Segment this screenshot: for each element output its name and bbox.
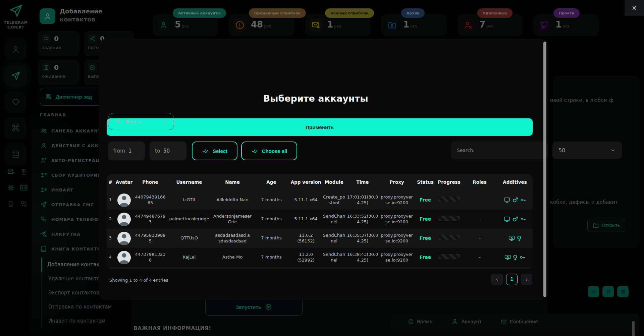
- cell-roles: –: [462, 234, 497, 242]
- progress-bar: [438, 235, 460, 240]
- row-number: 4: [107, 253, 114, 262]
- current-page-button[interactable]: 1: [506, 274, 518, 285]
- row-number: 3: [107, 234, 114, 242]
- chevron-down-icon: [162, 119, 168, 125]
- avatar: [117, 213, 131, 226]
- modal-scrollbar[interactable]: [543, 42, 546, 297]
- column-header: Age: [253, 178, 290, 187]
- from-input[interactable]: [128, 148, 141, 154]
- key-icon: [520, 197, 526, 203]
- select-button[interactable]: Select: [192, 142, 237, 160]
- column-header: Status: [415, 178, 436, 187]
- column-header: Progress: [436, 178, 462, 187]
- column-header: Avatar: [114, 178, 134, 187]
- to-field[interactable]: to: [150, 142, 186, 160]
- cell-status: Free: [415, 253, 436, 262]
- female-icon: ♀: [517, 235, 522, 241]
- choose-all-button[interactable]: Choose all: [241, 142, 297, 160]
- cell-proxy: proxy.proxyverse.io:9200: [379, 250, 415, 265]
- cell-additives: ♂: [497, 214, 533, 224]
- cell-module: SendChannel: [322, 231, 346, 245]
- cell-phone: 447958339895: [134, 231, 166, 245]
- cell-username: IzGTIf: [166, 196, 212, 204]
- cell-additives: ♂: [497, 195, 533, 205]
- cell-additives: ♀: [497, 233, 533, 243]
- progress-bar: [438, 254, 460, 259]
- monitor-x-icon: [504, 254, 511, 261]
- cell-time: 16:35:37(30.04.25): [346, 231, 379, 245]
- cell-username: QTFUsO: [166, 234, 212, 242]
- double-check-icon: [251, 147, 259, 155]
- cell-time: 16:38:43(30.04.25): [346, 250, 379, 265]
- table-row[interactable]: 1 4407943916665 IzGTIf AlllelddIto Nan 7…: [107, 190, 533, 210]
- from-field[interactable]: from: [108, 142, 145, 160]
- cell-name: Asthe Mo: [212, 253, 253, 262]
- to-label: to: [155, 148, 160, 154]
- cell-proxy: proxy.proxyverse.io:9200: [379, 212, 415, 226]
- avatar: [117, 251, 131, 264]
- table-row[interactable]: 4 447379813236 KajLei Asthe Mo 7 months …: [107, 248, 533, 267]
- male-icon: ♂: [512, 197, 518, 203]
- column-header: App version: [290, 178, 322, 187]
- column-header: Additives: [497, 178, 533, 187]
- app-root: TELEGRAMEXPERT ⌘ Добавлениеконтактов 0 з…: [0, 0, 644, 336]
- to-input[interactable]: [163, 148, 175, 154]
- cell-name: Andersonjameser Grie: [212, 212, 253, 226]
- page-size-value: 50: [558, 147, 565, 154]
- table-row[interactable]: 2 447494876793 palmettocoleridge Anderso…: [107, 210, 533, 229]
- pagination: ‹ 1 ›: [491, 274, 532, 285]
- select-accounts-modal: Выберите аккаунты Применить Фильтр from …: [99, 39, 548, 300]
- column-header: Module: [322, 178, 346, 187]
- avatar: [117, 232, 131, 245]
- cell-time: 17:01:01(30.04.25): [346, 193, 379, 207]
- cell-age: 7 months: [253, 253, 290, 262]
- choose-all-label: Choose all: [262, 148, 287, 154]
- chevron-down-icon: [610, 147, 616, 153]
- male-icon: ♂: [512, 216, 518, 222]
- cell-app-version: 11.6.2 (56152): [290, 231, 322, 245]
- cell-app-version: 11.2.0 (52992): [290, 250, 322, 265]
- monitor-x-icon: [508, 235, 515, 242]
- avatar: [117, 193, 131, 207]
- monitor-icon: [503, 197, 511, 204]
- next-page-button[interactable]: ›: [521, 274, 532, 285]
- table-header-row: #AvatarPhoneUsernameNameAgeApp versionMo…: [107, 174, 533, 190]
- cell-name: asdadsasdasd a sdasdasdsad: [212, 231, 253, 245]
- page-size-select[interactable]: 50: [552, 142, 622, 159]
- filter-button[interactable]: Фильтр: [108, 113, 174, 130]
- progress-bar: [438, 197, 460, 202]
- cell-roles: –: [462, 196, 497, 204]
- cell-phone: 447379813236: [134, 250, 166, 265]
- cell-module: SendChannel: [322, 212, 346, 226]
- cell-username: KajLei: [166, 253, 212, 262]
- search-input[interactable]: [451, 142, 548, 159]
- prev-page-button[interactable]: ‹: [491, 274, 503, 285]
- column-header: Name: [212, 178, 253, 187]
- female-icon: ♀: [513, 254, 518, 261]
- cell-status: Free: [415, 215, 436, 223]
- cell-name: AlllelddIto Nan: [212, 196, 253, 204]
- column-header: Phone: [134, 178, 166, 187]
- double-check-icon: [202, 147, 209, 155]
- cell-age: 7 months: [253, 215, 290, 223]
- cell-age: 7 months: [253, 234, 290, 242]
- column-header: Time: [346, 178, 379, 187]
- cell-app-version: 5.11.1 x64: [290, 196, 322, 204]
- table-row[interactable]: 3 447958339895 QTFUsO asdadsasdasd a sda…: [107, 229, 533, 248]
- progress-bar: [438, 216, 460, 221]
- cell-roles: –: [462, 253, 497, 262]
- table-body: 1 4407943916665 IzGTIf AlllelddIto Nan 7…: [107, 190, 533, 267]
- close-modal-button[interactable]: ×: [625, 0, 644, 16]
- from-label: from: [113, 148, 125, 154]
- cell-age: 7 months: [253, 196, 290, 204]
- cell-roles: –: [462, 215, 497, 223]
- row-number: 1: [107, 196, 114, 204]
- cell-username: palmettocoleridge: [166, 215, 212, 223]
- column-header: #: [107, 178, 114, 187]
- entries-summary: Showing 1 to 4 of 4 entries: [109, 278, 168, 283]
- cell-status: Free: [415, 234, 436, 242]
- modal-title: Выберите аккаунты: [99, 93, 533, 104]
- accounts-table: #AvatarPhoneUsernameNameAgeApp versionMo…: [107, 174, 533, 269]
- funnel-icon: [114, 118, 121, 125]
- cell-module: SendChannel: [322, 250, 346, 265]
